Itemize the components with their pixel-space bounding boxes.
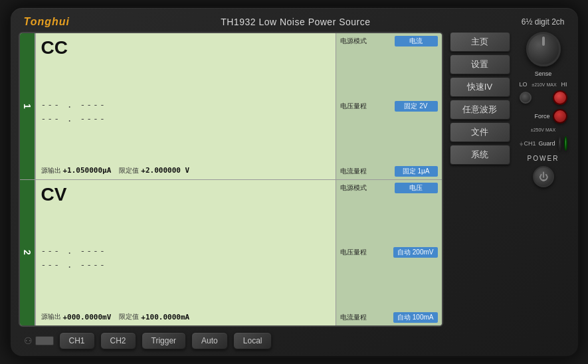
ch2-param1: 电源模式 电压 xyxy=(340,183,438,193)
ch1-pm-value: 电流 xyxy=(395,36,438,46)
main-area: 1 CC --- . ---- --- . ---- 源输出 +1.050000… xyxy=(19,32,570,327)
ch2-values: 源输出 +000.0000mV 限定值 +100.0000mA xyxy=(41,312,330,323)
connector-guard-black[interactable] xyxy=(558,136,561,151)
device-body: Tonghui TH1932 Low Noise Power Source 6½… xyxy=(9,6,580,358)
ch2-param3: 电流量程 自动 100mA xyxy=(340,312,438,323)
menu-btn-home[interactable]: 主页 xyxy=(450,32,510,52)
ch2-dashes: --- . ---- --- . ---- xyxy=(41,246,330,270)
ch1-cr-value: 固定 1μA xyxy=(395,166,438,177)
ch1-source-value: +1.050000μA xyxy=(63,166,112,175)
menu-btn-fast-iv[interactable]: 快速IV xyxy=(450,77,510,97)
digit-info: 6½ digit 2ch xyxy=(522,17,565,27)
bottom-bar: ⚇ CH1 CH2 Trigger Auto Local xyxy=(19,329,570,349)
ch1-source: 源输出 +1.050000μA xyxy=(41,166,112,175)
ch2-param2: 电压量程 自动 200mV xyxy=(340,247,438,258)
power-label: POWER xyxy=(528,155,559,162)
right-panel: 主页 设置 快速IV 任意波形 文件 系统 xyxy=(448,32,512,327)
ch1-param3: 电流量程 固定 1μA xyxy=(340,166,438,177)
ch1-source-label: 源输出 xyxy=(41,166,61,175)
connector-force-red[interactable] xyxy=(553,109,567,124)
ch2-number: 2 xyxy=(20,180,35,326)
ch2-vr-label: 电压量程 xyxy=(340,248,367,257)
ch2-limit-label: 限定值 xyxy=(119,312,139,321)
ch2-right: 电源模式 电压 电压量程 自动 200mV 电流量程 自动 100mA xyxy=(336,180,442,326)
guard-area: ⏚ CH1 Guard xyxy=(520,136,567,151)
ch1-left: 1 xyxy=(20,33,36,179)
menu-btn-system[interactable]: 系统 xyxy=(450,145,510,165)
ch1-main: CC --- . ---- --- . ---- 源输出 +1.050000μA… xyxy=(36,33,336,179)
ch1-dashes: --- . ---- --- . ---- xyxy=(41,100,330,124)
btn-auto[interactable]: Auto xyxy=(191,332,228,349)
ch1-limit-label: 限定值 xyxy=(119,166,139,175)
guard-label: Guard xyxy=(539,140,555,147)
ch1-pm-label: 电源模式 xyxy=(340,37,367,46)
force-area: Force xyxy=(520,109,567,124)
sense-label: Sense xyxy=(535,70,552,77)
top-bar: Tonghui TH1932 Low Noise Power Source 6½… xyxy=(19,15,570,29)
ch2-pm-value: 电压 xyxy=(395,183,438,193)
menu-btn-arb-wave[interactable]: 任意波形 xyxy=(450,100,510,120)
ch1-param1: 电源模式 电流 xyxy=(340,36,438,46)
connector-row-top xyxy=(520,90,567,105)
ch2-vr-value: 自动 200mV xyxy=(393,247,437,258)
ch2-main: CV --- . ---- --- . ---- 源输出 +000.0000mV… xyxy=(36,180,336,326)
btn-ch2[interactable]: CH2 xyxy=(100,332,136,349)
ch1-cr-label: 电流量程 xyxy=(340,167,367,176)
brand-logo: Tonghui xyxy=(24,16,70,28)
voltage-max1-label: ±210V MAX xyxy=(532,82,556,87)
power-icon: ⏻ xyxy=(539,171,548,182)
ch1-dash1: --- . ---- xyxy=(41,100,330,110)
far-right-panel: Sense LO ±210V MAX HI Force ±250V MAX xyxy=(517,32,570,327)
ch2-cr-label: 电流量程 xyxy=(340,313,367,322)
connector-group-top: LO ±210V MAX HI xyxy=(520,81,567,105)
force-label: Force xyxy=(534,113,549,120)
ch1-vr-label: 电压量程 xyxy=(340,102,367,111)
btn-local[interactable]: Local xyxy=(233,332,272,349)
screen: 1 CC --- . ---- --- . ---- 源输出 +1.050000… xyxy=(19,32,443,327)
ch2-dash1: --- . ---- xyxy=(41,246,330,256)
ch1-limit: 限定值 +2.000000 V xyxy=(119,166,189,175)
hi-label: HI xyxy=(561,81,567,88)
channel2-row: 2 CV --- . ---- --- . ---- 源输出 +000.0000… xyxy=(20,180,442,326)
btn-trigger[interactable]: Trigger xyxy=(142,332,187,349)
usb-port xyxy=(35,336,54,345)
ch1-param2: 电压量程 固定 2V xyxy=(340,101,438,112)
ch2-source: 源输出 +000.0000mV xyxy=(41,312,112,321)
ch2-dash2: --- . ---- xyxy=(41,260,330,270)
ch2-limit-value: +100.0000mA xyxy=(141,313,189,321)
lo-label: LO xyxy=(520,81,528,88)
usb-icon: ⚇ xyxy=(24,335,33,346)
ch1-values: 源输出 +1.050000μA 限定值 +2.000000 V xyxy=(41,166,330,177)
power-button[interactable]: ⏻ xyxy=(533,166,554,187)
connector-hi-red[interactable] xyxy=(553,90,567,105)
btn-ch1[interactable]: CH1 xyxy=(59,332,95,349)
usb-area: ⚇ xyxy=(24,335,54,346)
ch1-dash2: --- . ---- xyxy=(41,114,330,124)
voltage-max2-label: ±250V MAX xyxy=(531,128,555,132)
ch1-number: 1 xyxy=(20,33,35,179)
ch1-limit-value: +2.000000 V xyxy=(141,166,189,175)
ch1-vr-value: 固定 2V xyxy=(395,101,438,112)
ch2-left: 2 xyxy=(20,180,36,326)
connector-lo[interactable] xyxy=(520,92,532,104)
ch1-label: CH1 xyxy=(524,140,536,147)
ch2-mode: CV xyxy=(41,183,330,204)
ch2-cr-value: 自动 100mA xyxy=(393,312,437,323)
channel1-row: 1 CC --- . ---- --- . ---- 源输出 +1.050000… xyxy=(20,33,442,180)
control-knob[interactable] xyxy=(526,32,561,66)
menu-btn-settings[interactable]: 设置 xyxy=(450,54,510,74)
ch2-pm-label: 电源模式 xyxy=(340,183,367,193)
ch2-limit: 限定值 +100.0000mA xyxy=(119,312,189,321)
ch2-source-value: +000.0000mV xyxy=(63,313,112,321)
connector-guard-green[interactable] xyxy=(564,136,567,151)
ch1-mode: CC xyxy=(41,36,330,57)
device-title: TH1932 Low Noise Power Source xyxy=(221,17,370,27)
ch2-source-label: 源输出 xyxy=(41,312,61,321)
ch1-right: 电源模式 电流 电压量程 固定 2V 电流量程 固定 1μA xyxy=(336,33,442,179)
menu-btn-file[interactable]: 文件 xyxy=(450,122,510,142)
